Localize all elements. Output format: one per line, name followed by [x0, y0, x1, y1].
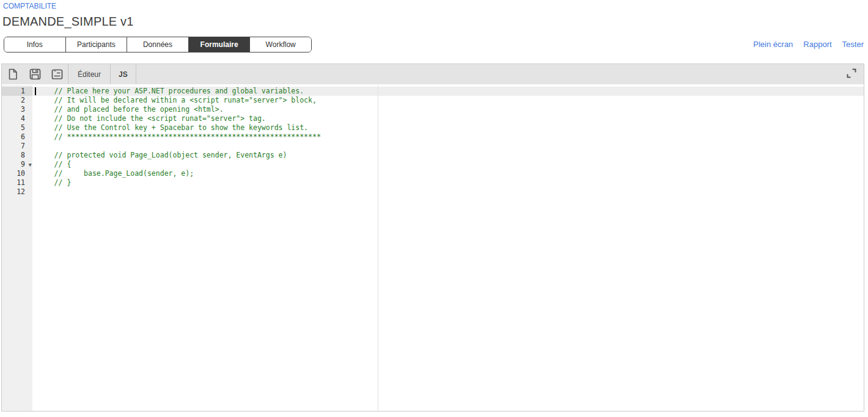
- gutter-line-number[interactable]: 8: [2, 151, 32, 160]
- line-number-gutter[interactable]: 123456789▼101112: [2, 85, 32, 411]
- gutter-line-number[interactable]: 7: [2, 142, 32, 151]
- tab-group: Infos Participants Données Formulaire Wo…: [4, 37, 312, 53]
- gutter-line-number[interactable]: 12: [2, 187, 32, 197]
- report-link[interactable]: Rapport: [803, 40, 831, 49]
- code-line[interactable]: // base.Page_Load(sender, e);: [33, 169, 864, 178]
- editor-toolbar: “ Éditeur JS: [2, 64, 864, 85]
- new-document-icon: [7, 68, 19, 81]
- tab-row: Infos Participants Données Formulaire Wo…: [0, 36, 868, 53]
- fold-toggle-icon[interactable]: ▼: [29, 161, 32, 170]
- breadcrumb-link[interactable]: COMPTABILITE: [3, 2, 56, 10]
- svg-text:“: “: [54, 70, 56, 76]
- save-icon: [29, 68, 42, 81]
- tab-participants[interactable]: Participants: [66, 37, 128, 52]
- code-line[interactable]: // protected void Page_Load(object sende…: [33, 151, 864, 160]
- expand-icon: [845, 67, 858, 82]
- test-link[interactable]: Tester: [842, 40, 864, 49]
- code-line[interactable]: // {: [33, 160, 864, 169]
- gutter-line-number[interactable]: 9▼: [2, 160, 32, 169]
- code-line[interactable]: // }: [33, 178, 864, 187]
- fullscreen-link[interactable]: Plein écran: [753, 40, 793, 49]
- code-line[interactable]: // Place here your ASP.NET procedures an…: [33, 87, 864, 96]
- tab-formulaire[interactable]: Formulaire: [189, 37, 251, 52]
- gutter-line-number[interactable]: 6: [2, 132, 32, 142]
- gutter-line-number[interactable]: 4: [2, 114, 32, 123]
- properties-button[interactable]: “: [46, 64, 68, 84]
- text-cursor: [35, 87, 36, 95]
- save-button[interactable]: [24, 64, 46, 84]
- code-line[interactable]: // *************************************…: [33, 132, 864, 142]
- new-document-button[interactable]: [2, 64, 24, 84]
- gutter-line-number[interactable]: 3: [2, 105, 32, 114]
- js-mode-button[interactable]: JS: [111, 64, 136, 84]
- gutter-line-number[interactable]: 2: [2, 96, 32, 105]
- code-line[interactable]: [33, 187, 864, 197]
- code-line[interactable]: [33, 142, 864, 151]
- editor-mode-button[interactable]: Éditeur: [68, 64, 110, 84]
- header-links: Plein écran Rapport Tester: [753, 40, 868, 49]
- gutter-line-number[interactable]: 5: [2, 123, 32, 132]
- gutter-line-number[interactable]: 1: [2, 87, 32, 96]
- code-text-area[interactable]: // Place here your ASP.NET procedures an…: [33, 87, 864, 197]
- gutter-line-number[interactable]: 11: [2, 178, 32, 187]
- properties-icon: “: [51, 68, 64, 81]
- toolbar-separator: [136, 64, 136, 84]
- tab-donnees[interactable]: Données: [127, 37, 189, 52]
- form-editor-panel: “ Éditeur JS 123456789▼101112: [1, 63, 864, 412]
- code-editor[interactable]: 123456789▼101112 // Place here your ASP.…: [2, 85, 864, 411]
- code-line[interactable]: // Use the Control key + Spacebar to sho…: [33, 123, 864, 132]
- expand-editor-button[interactable]: [845, 67, 858, 82]
- code-line[interactable]: // Do not include the <script runat="ser…: [33, 114, 864, 123]
- tab-workflow[interactable]: Workflow: [250, 37, 311, 52]
- code-line[interactable]: // It will be declared within a <script …: [33, 96, 864, 105]
- gutter-line-number[interactable]: 10: [2, 169, 32, 178]
- code-line[interactable]: // and placed before the opening <html>.: [33, 105, 864, 114]
- tab-infos[interactable]: Infos: [4, 37, 66, 52]
- page-title: DEMANDE_SIMPLE v1: [2, 15, 134, 29]
